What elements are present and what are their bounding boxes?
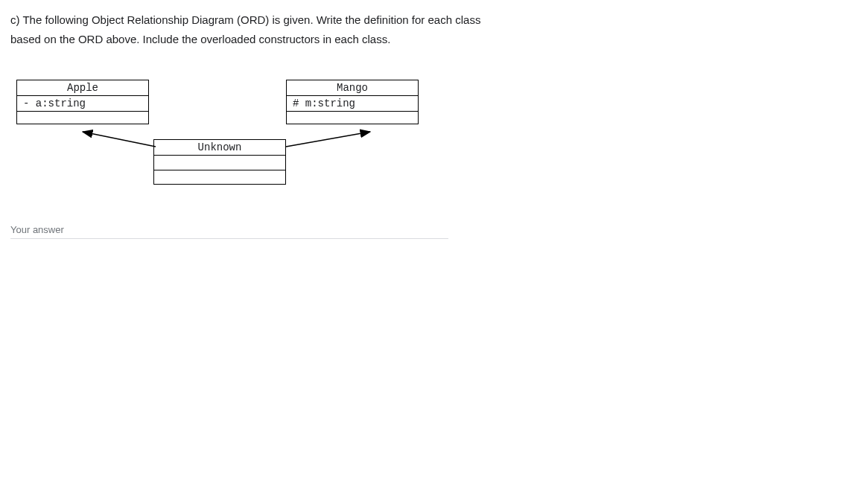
ord-diagram: Apple - a:string Mango # m:string Unknow… <box>10 80 457 199</box>
uml-mango-name: Mango <box>287 80 418 96</box>
arrow-to-apple <box>83 132 156 147</box>
uml-apple-methods <box>17 112 148 124</box>
uml-mango-methods <box>287 112 418 124</box>
arrow-to-mango <box>286 132 370 147</box>
uml-unknown-methods <box>154 170 285 184</box>
uml-mango-attribute: # m:string <box>287 96 418 112</box>
question-text: c) The following Object Relationship Dia… <box>10 10 509 48</box>
uml-class-mango: Mango # m:string <box>286 80 419 124</box>
uml-class-apple: Apple - a:string <box>16 80 149 124</box>
answer-input[interactable] <box>10 221 448 239</box>
uml-apple-attribute: - a:string <box>17 96 148 112</box>
answer-field-row <box>10 221 448 239</box>
uml-class-unknown: Unknown <box>153 139 286 185</box>
uml-unknown-name: Unknown <box>154 140 285 156</box>
uml-unknown-attribute <box>154 156 285 170</box>
uml-apple-name: Apple <box>17 80 148 96</box>
